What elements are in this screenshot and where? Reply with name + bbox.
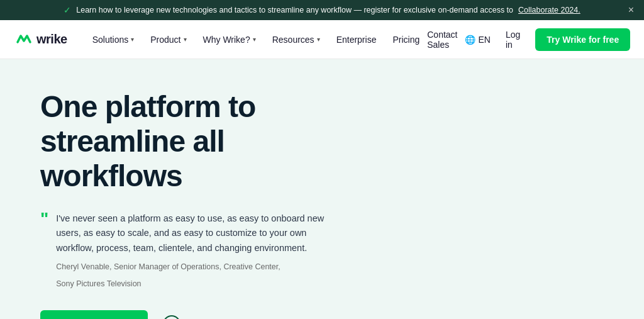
hero-cta-secondary-button[interactable]: Discover Wrike in 3 minutes [163,315,313,319]
login-link[interactable]: Log in [498,25,528,55]
nav-right: Contact Sales 🌐 EN Log in Try Wrike for … [427,25,630,55]
hero-actions: Try Wrike for free Discover Wrike in 3 m… [40,310,337,319]
hero-title: One platform to streamline all workflows [40,89,337,194]
check-icon: ✓ [64,5,71,15]
nav-item-why-wrike[interactable]: Why Wrike? ▾ [196,30,264,50]
announcement-banner: ✓ Learn how to leverage new technologies… [0,0,644,20]
announcement-text: Learn how to leverage new technologies a… [76,6,513,14]
contact-sales-link[interactable]: Contact Sales [427,30,457,50]
chevron-down-icon: ▾ [184,36,187,43]
globe-icon: 🌐 [465,35,475,45]
quote-author-line1: Cheryl Venable, Senior Manager of Operat… [56,261,337,273]
nav-item-product[interactable]: Product ▾ [143,30,194,50]
wrike-logo-icon [15,31,33,48]
nav-item-resources[interactable]: Resources ▾ [265,30,328,50]
close-banner-button[interactable]: × [628,5,634,15]
nav-item-pricing[interactable]: Pricing [385,30,427,50]
quote-author-line2: Sony Pictures Television [56,278,337,290]
hero-cta-primary-button[interactable]: Try Wrike for free [40,310,148,319]
nav-cta-button[interactable]: Try Wrike for free [535,28,630,51]
chevron-down-icon: ▾ [317,36,320,43]
play-icon [163,315,180,319]
testimonial-quote: " I've never seen a platform as easy to … [40,211,337,290]
chevron-down-icon: ▾ [131,36,134,43]
nav-links: Solutions ▾ Product ▾ Why Wrike? ▾ Resou… [85,30,428,50]
chevron-down-icon: ▾ [253,36,256,43]
logo-wordmark: wrike [36,32,67,47]
navbar: wrike Solutions ▾ Product ▾ Why Wrike? ▾… [0,20,644,59]
nav-item-solutions[interactable]: Solutions ▾ [85,30,142,50]
quote-text: I've never seen a platform as easy to us… [56,211,337,257]
quote-mark-icon: " [40,210,48,290]
quote-content: I've never seen a platform as easy to us… [56,211,337,290]
hero-section: One platform to streamline all workflows… [0,59,377,319]
logo-link[interactable]: wrike [15,31,67,48]
language-selector[interactable]: 🌐 EN [465,35,490,45]
nav-item-enterprise[interactable]: Enterprise [329,30,384,50]
announcement-link[interactable]: Collaborate 2024. [518,6,580,14]
